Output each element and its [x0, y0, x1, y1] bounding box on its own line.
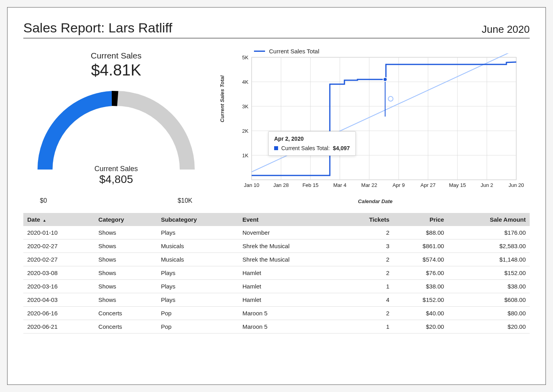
- page-title: Sales Report: Lars Ratliff: [23, 20, 172, 36]
- table-cell: $608.00: [448, 293, 530, 307]
- table-cell: Shrek the Musical: [239, 253, 341, 266]
- table-cell: Plays: [157, 266, 238, 280]
- table-cell: $38.00: [448, 280, 530, 293]
- gauge-top-value: $4.81K: [23, 61, 209, 79]
- table-cell: 2: [341, 266, 393, 280]
- table-cell: Pop: [157, 307, 238, 320]
- report-sheet: Sales Report: Lars Ratliff June 2020 Cur…: [7, 7, 546, 385]
- table-cell: Musicals: [157, 239, 238, 253]
- table-row[interactable]: 2020-06-21ConcertsPopMaroon 51$20.00$20.…: [23, 320, 530, 334]
- svg-point-19: [383, 77, 387, 81]
- table-row[interactable]: 2020-02-27ShowsMusicalsShrek the Musical…: [23, 253, 530, 266]
- table-cell: $40.00: [393, 307, 448, 320]
- table-cell: 2020-06-21: [23, 320, 94, 334]
- col-subcategory[interactable]: Subcategory: [157, 213, 238, 226]
- table-cell: November: [239, 226, 341, 239]
- ytick: 4K: [242, 79, 248, 85]
- table-cell: 4: [341, 293, 393, 307]
- tooltip-date: Apr 2, 2020: [274, 136, 350, 142]
- xtick: Jun 2: [481, 182, 493, 188]
- table-cell: Pop: [157, 320, 238, 334]
- legend-swatch: [254, 51, 265, 52]
- table-cell: Shows: [94, 266, 157, 280]
- svg-point-17: [388, 96, 393, 101]
- table-cell: Plays: [157, 293, 238, 307]
- table-cell: Shrek the Musical: [239, 239, 341, 253]
- ytick: 3K: [242, 104, 248, 109]
- table-cell: $80.00: [448, 307, 530, 320]
- table-cell: Concerts: [94, 307, 157, 320]
- y-axis-title: Current Sales Total: [219, 75, 225, 122]
- table-cell: $20.00: [448, 320, 530, 334]
- table-cell: Shows: [94, 226, 157, 239]
- table-cell: Hamlet: [239, 293, 341, 307]
- xtick: Mar 4: [333, 182, 346, 188]
- tooltip-value: $4,097: [333, 145, 350, 151]
- table-cell: 2020-02-27: [23, 253, 94, 266]
- table-cell: 3: [341, 239, 393, 253]
- gauge-mid-value: $4,805: [23, 173, 209, 186]
- col-tickets[interactable]: Tickets: [341, 213, 393, 226]
- table-cell: 1: [341, 320, 393, 334]
- charts-row: Current Sales $4.81K Current Sales $4,80…: [23, 46, 530, 204]
- sales-table: Date ▴ Category Subcategory Event Ticket…: [23, 213, 530, 334]
- table-cell: Plays: [157, 280, 238, 293]
- table-cell: $176.00: [448, 226, 530, 239]
- xtick: Feb 15: [303, 182, 318, 188]
- gauge-mid-label: Current Sales: [23, 165, 209, 173]
- chart-tooltip: Apr 2, 2020 Current Sales Total: $4,097: [268, 131, 356, 156]
- table-cell: 2020-04-03: [23, 293, 94, 307]
- table-cell: $152.00: [393, 293, 448, 307]
- table-cell: $574.00: [393, 253, 448, 266]
- table-cell: $88.00: [393, 226, 448, 239]
- gauge-chart: Current Sales $4.81K Current Sales $4,80…: [23, 46, 209, 204]
- table-cell: Musicals: [157, 253, 238, 266]
- table-cell: Concerts: [94, 320, 157, 334]
- table-cell: 2020-01-10: [23, 226, 94, 239]
- col-category[interactable]: Category: [94, 213, 157, 226]
- col-date[interactable]: Date ▴: [23, 213, 94, 226]
- tooltip-swatch: [274, 146, 278, 150]
- table-cell: $38.00: [393, 280, 448, 293]
- xtick: Apr 27: [421, 182, 436, 188]
- table-cell: $861.00: [393, 239, 448, 253]
- col-price[interactable]: Price: [393, 213, 448, 226]
- gauge-min-label: $0: [40, 197, 47, 204]
- table-cell: $2,583.00: [448, 239, 530, 253]
- xtick: Jan 28: [273, 182, 289, 188]
- table-row[interactable]: 2020-06-16ConcertsPopMaroon 52$40.00$80.…: [23, 307, 530, 320]
- table-row[interactable]: 2020-03-16ShowsPlaysHamlet1$38.00$38.00: [23, 280, 530, 293]
- col-event[interactable]: Event: [239, 213, 341, 226]
- gauge-top-label: Current Sales: [23, 51, 209, 60]
- table-cell: Shows: [94, 293, 157, 307]
- table-cell: Shows: [94, 280, 157, 293]
- table-row[interactable]: 2020-01-10ShowsPlaysNovember2$88.00$176.…: [23, 226, 530, 239]
- tooltip-series: Current Sales Total:: [281, 145, 330, 151]
- sort-asc-icon: ▴: [43, 218, 45, 222]
- ytick: 2K: [242, 128, 248, 134]
- table-cell: Hamlet: [239, 266, 341, 280]
- table-body: 2020-01-10ShowsPlaysNovember2$88.00$176.…: [23, 226, 530, 334]
- ytick: 5K: [242, 55, 248, 60]
- xtick: Jan 10: [244, 182, 259, 188]
- col-saleamount[interactable]: Sale Amount: [448, 213, 530, 226]
- table-cell: 2: [341, 253, 393, 266]
- table-cell: Plays: [157, 226, 238, 239]
- table-cell: Maroon 5: [239, 307, 341, 320]
- table-row[interactable]: 2020-02-27ShowsMusicalsShrek the Musical…: [23, 239, 530, 253]
- table-cell: $152.00: [448, 266, 530, 280]
- svg-rect-0: [252, 57, 516, 180]
- table-cell: $20.00: [393, 320, 448, 334]
- table-row[interactable]: 2020-03-08ShowsPlaysHamlet2$76.00$152.00: [23, 266, 530, 280]
- table-row[interactable]: 2020-04-03ShowsPlaysHamlet4$152.00$608.0…: [23, 293, 530, 307]
- line-chart: Current Sales Total Current Sales Total: [221, 46, 530, 204]
- xtick: Mar 22: [361, 182, 377, 188]
- table-cell: 2020-02-27: [23, 239, 94, 253]
- table-cell: $76.00: [393, 266, 448, 280]
- table-cell: 2: [341, 307, 393, 320]
- xtick: Apr 9: [393, 182, 405, 188]
- xtick: Jun 20: [508, 182, 524, 188]
- table-cell: 1: [341, 280, 393, 293]
- table-cell: Hamlet: [239, 280, 341, 293]
- table-cell: 2: [341, 226, 393, 239]
